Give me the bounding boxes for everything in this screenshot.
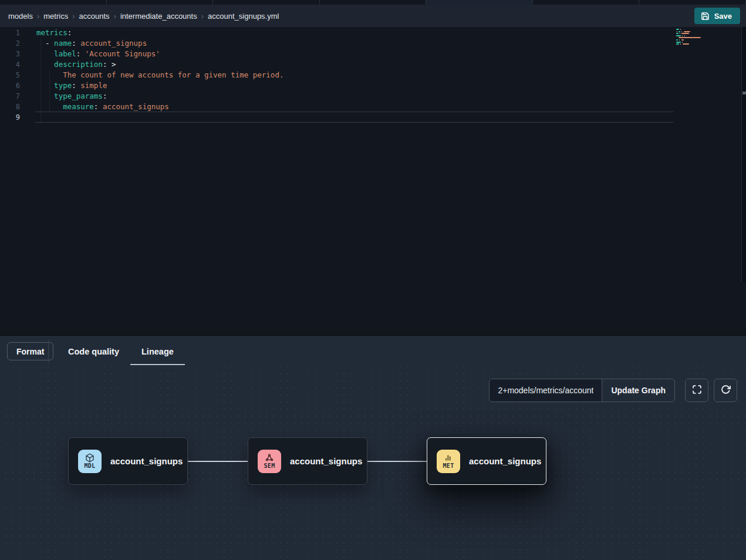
code-line-text: - name: account_signups [36,38,147,49]
update-graph-button[interactable]: Update Graph [602,379,674,402]
code-line[interactable]: 6 type: simple [0,80,746,91]
line-number: 1 [0,28,20,38]
fullscreen-button[interactable] [685,379,708,402]
line-number: 9 [0,112,20,123]
file-tab[interactable] [213,0,320,5]
header-divider [48,340,49,363]
lineage-controls: Update Graph [489,379,737,402]
code-line[interactable]: 9 [0,112,746,123]
file-tab[interactable] [107,0,214,5]
open-file-tabs-strip [0,0,746,5]
code-line[interactable]: 2 - name: account_signups [0,38,746,49]
breadcrumb-item[interactable]: metrics [43,12,68,21]
lineage-selector-input[interactable] [490,379,602,402]
file-tab[interactable] [639,0,746,5]
code-line-text: label: 'Account Signups' [36,49,160,59]
breadcrumb-chevron-icon: › [72,12,75,21]
save-button-label: Save [714,12,732,21]
code-line-text: metrics: [36,28,72,38]
breadcrumb-item[interactable]: accounts [79,12,110,21]
code-line[interactable]: 5 The count of new accounts for a given … [0,70,746,80]
bottom-panel-header: Format Code qualityLineage [0,336,746,367]
tab-lineage[interactable]: Lineage [130,336,185,367]
breadcrumb-chevron-icon: › [201,12,204,21]
code-line[interactable]: 7 type_params: [0,91,746,102]
editor-scrollbar-thumb[interactable] [742,92,746,95]
file-tab-active[interactable] [426,0,533,5]
tab-code-quality[interactable]: Code quality [57,336,130,367]
lineage-node-mdl[interactable]: MDLaccount_signups [68,437,188,485]
code-line-text: description: > [36,59,116,70]
save-button[interactable]: Save [694,8,740,24]
code-line[interactable]: 8 measure: account_signups [0,102,746,112]
model-cube-badge: MDL [78,450,102,473]
lineage-node-met[interactable]: METaccount_signups [427,437,546,485]
breadcrumb-item[interactable]: account_signups.yml [208,12,279,21]
fullscreen-icon [692,384,702,396]
line-number: 3 [0,49,20,59]
code-editor[interactable]: 1metrics:2 - name: account_signups3 labe… [0,27,746,335]
code-line[interactable]: 4 description: > [0,59,746,70]
breadcrumb-bar: models›metrics›accounts›intermediate_acc… [0,5,746,27]
line-number: 5 [0,70,20,80]
semantic-network-badge: SEM [258,450,281,473]
code-lines: 1metrics:2 - name: account_signups3 labe… [0,28,746,123]
line-number: 2 [0,38,20,49]
file-tab[interactable] [0,0,107,5]
code-line[interactable]: 1metrics: [0,28,746,38]
breadcrumb-chevron-icon: › [37,12,39,21]
lineage-node-sem[interactable]: SEMaccount_signups [248,437,367,485]
code-line-text: type_params: [36,91,107,102]
metric-chart-badge: MET [437,450,460,473]
breadcrumb-chevron-icon: › [114,12,116,21]
file-tab[interactable] [320,0,427,5]
file-tab[interactable] [533,0,640,5]
refresh-icon [721,384,731,396]
lineage-edge [367,461,427,462]
node-label: account_signups [469,456,541,466]
lineage-selector-group: Update Graph [489,379,675,402]
model-cube-icon [85,453,94,463]
save-icon [701,12,710,21]
bottom-panel-tabs: Code qualityLineage [57,336,185,367]
refresh-button[interactable] [714,379,737,402]
minimap[interactable] [676,29,710,48]
line-number: 6 [0,80,20,91]
node-label: account_signups [110,456,183,466]
code-line[interactable]: 3 label: 'Account Signups' [0,49,746,59]
line-number: 4 [0,59,20,70]
code-line-text: measure: account_signups [36,102,169,112]
bottom-panel: Format Code qualityLineage MDLaccount_si… [0,335,746,560]
breadcrumb-item[interactable]: models [8,12,33,21]
code-line-text: The count of new accounts for a given ti… [36,70,283,80]
line-number: 7 [0,91,20,102]
breadcrumb-item[interactable]: intermediate_accounts [120,12,197,21]
semantic-network-icon [265,453,274,463]
node-label: account_signups [290,456,362,466]
breadcrumb: models›metrics›accounts›intermediate_acc… [8,12,279,21]
editor-scrollbar[interactable] [741,27,746,282]
lineage-canvas[interactable]: MDLaccount_signupsSEMaccount_signupsMETa… [0,367,746,560]
code-line-text: type: simple [36,80,107,91]
format-button[interactable]: Format [7,342,53,360]
ide-window: models›metrics›accounts›intermediate_acc… [0,0,746,560]
line-number: 8 [0,102,20,112]
badge-label: MDL [85,463,96,469]
lineage-edge [188,461,248,462]
badge-label: MET [443,463,454,469]
metric-chart-icon [444,453,453,463]
badge-label: SEM [264,463,275,469]
